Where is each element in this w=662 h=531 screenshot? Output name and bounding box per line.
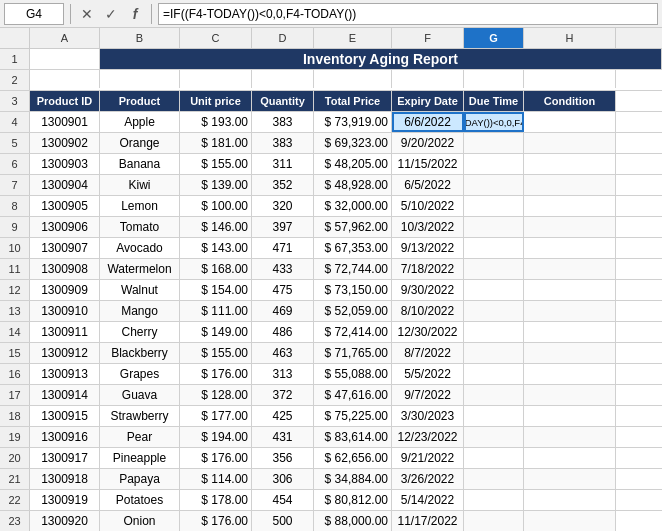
cell-a1[interactable] [30,49,100,69]
cell-b3[interactable]: Product [100,91,180,111]
cell-e2[interactable] [314,70,392,88]
cell-c15[interactable]: $ 155.00 [180,343,252,363]
col-header-a[interactable]: A [30,28,100,48]
cell-b23[interactable]: Onion [100,511,180,531]
cell-c10[interactable]: $ 143.00 [180,238,252,258]
cell-title[interactable]: Inventory Aging Report [100,49,662,69]
cell-a7[interactable]: 1300904 [30,175,100,195]
cell-g8[interactable] [464,196,524,216]
cell-b18[interactable]: Strawberry [100,406,180,426]
cell-g2[interactable] [464,70,524,88]
cell-h10[interactable] [524,238,616,258]
cell-a14[interactable]: 1300911 [30,322,100,342]
cell-b4[interactable]: Apple [100,112,180,132]
cell-f14[interactable]: 12/30/2022 [392,322,464,342]
cell-a15[interactable]: 1300912 [30,343,100,363]
cell-g15[interactable] [464,343,524,363]
cell-f7[interactable]: 6/5/2022 [392,175,464,195]
cell-b7[interactable]: Kiwi [100,175,180,195]
cell-d18[interactable]: 425 [252,406,314,426]
cell-h21[interactable] [524,469,616,489]
cell-e11[interactable]: $ 72,744.00 [314,259,392,279]
cell-g4[interactable]: =IF((F4-TODAY())<0,0,F4-TODAY()) [464,112,524,132]
cell-c19[interactable]: $ 194.00 [180,427,252,447]
cell-c11[interactable]: $ 168.00 [180,259,252,279]
cell-e17[interactable]: $ 47,616.00 [314,385,392,405]
cell-f3[interactable]: Expiry Date [392,91,464,111]
cancel-btn[interactable]: ✕ [77,4,97,24]
cell-f5[interactable]: 9/20/2022 [392,133,464,153]
cell-b2[interactable] [100,70,180,88]
cell-g17[interactable] [464,385,524,405]
cell-e9[interactable]: $ 57,962.00 [314,217,392,237]
cell-e5[interactable]: $ 69,323.00 [314,133,392,153]
cell-b19[interactable]: Pear [100,427,180,447]
cell-b13[interactable]: Mango [100,301,180,321]
cell-e19[interactable]: $ 83,614.00 [314,427,392,447]
cell-h13[interactable] [524,301,616,321]
cell-c13[interactable]: $ 111.00 [180,301,252,321]
cell-h8[interactable] [524,196,616,216]
name-box[interactable] [4,3,64,25]
cell-h16[interactable] [524,364,616,384]
cell-a3[interactable]: Product ID [30,91,100,111]
cell-d23[interactable]: 500 [252,511,314,531]
cell-g23[interactable] [464,511,524,531]
cell-c8[interactable]: $ 100.00 [180,196,252,216]
cell-h23[interactable] [524,511,616,531]
cell-f20[interactable]: 9/21/2022 [392,448,464,468]
cell-g13[interactable] [464,301,524,321]
cell-d12[interactable]: 475 [252,280,314,300]
cell-b6[interactable]: Banana [100,154,180,174]
cell-e8[interactable]: $ 32,000.00 [314,196,392,216]
cell-c5[interactable]: $ 181.00 [180,133,252,153]
cell-c20[interactable]: $ 176.00 [180,448,252,468]
cell-g18[interactable] [464,406,524,426]
cell-d5[interactable]: 383 [252,133,314,153]
cell-d19[interactable]: 431 [252,427,314,447]
cell-d14[interactable]: 486 [252,322,314,342]
cell-f9[interactable]: 10/3/2022 [392,217,464,237]
cell-g22[interactable] [464,490,524,510]
cell-e15[interactable]: $ 71,765.00 [314,343,392,363]
cell-f4[interactable]: 6/6/2022 [392,112,464,132]
cell-g20[interactable] [464,448,524,468]
cell-g6[interactable] [464,154,524,174]
cell-c16[interactable]: $ 176.00 [180,364,252,384]
cell-a12[interactable]: 1300909 [30,280,100,300]
cell-e22[interactable]: $ 80,812.00 [314,490,392,510]
cell-f6[interactable]: 11/15/2022 [392,154,464,174]
formula-bar[interactable] [158,3,658,25]
cell-a11[interactable]: 1300908 [30,259,100,279]
cell-e3[interactable]: Total Price [314,91,392,111]
cell-a18[interactable]: 1300915 [30,406,100,426]
cell-d17[interactable]: 372 [252,385,314,405]
cell-b17[interactable]: Guava [100,385,180,405]
cell-a4[interactable]: 1300901 [30,112,100,132]
cell-h11[interactable] [524,259,616,279]
cell-f18[interactable]: 3/30/2023 [392,406,464,426]
cell-d3[interactable]: Quantity [252,91,314,111]
cell-h14[interactable] [524,322,616,342]
cell-f13[interactable]: 8/10/2022 [392,301,464,321]
cell-g16[interactable] [464,364,524,384]
col-header-b[interactable]: B [100,28,180,48]
cell-a13[interactable]: 1300910 [30,301,100,321]
cell-d11[interactable]: 433 [252,259,314,279]
cell-b10[interactable]: Avocado [100,238,180,258]
cell-h4[interactable] [524,112,616,132]
cell-e16[interactable]: $ 55,088.00 [314,364,392,384]
cell-e20[interactable]: $ 62,656.00 [314,448,392,468]
cell-f19[interactable]: 12/23/2022 [392,427,464,447]
cell-a22[interactable]: 1300919 [30,490,100,510]
cell-h6[interactable] [524,154,616,174]
cell-f22[interactable]: 5/14/2022 [392,490,464,510]
cell-b16[interactable]: Grapes [100,364,180,384]
cell-g21[interactable] [464,469,524,489]
cell-b20[interactable]: Pineapple [100,448,180,468]
cell-d7[interactable]: 352 [252,175,314,195]
cell-h18[interactable] [524,406,616,426]
cell-h15[interactable] [524,343,616,363]
col-header-h[interactable]: H [524,28,616,48]
cell-e6[interactable]: $ 48,205.00 [314,154,392,174]
